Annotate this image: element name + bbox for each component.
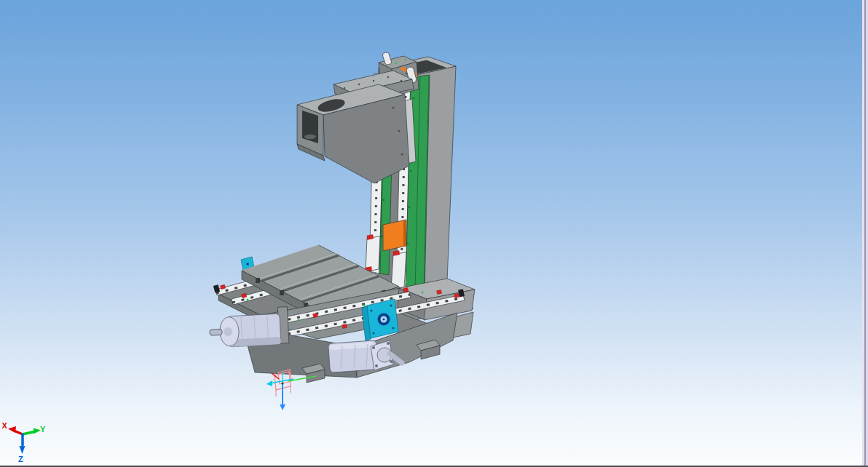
y-axis-label: Y: [40, 425, 46, 434]
z-carriage-lower-left[interactable]: [366, 235, 380, 272]
z-arrowhead-icon: [20, 446, 25, 454]
x-axis-label: X: [2, 421, 8, 430]
blue-arrowhead: [280, 404, 285, 410]
cad-3d-viewport[interactable]: X Y Z: [0, 0, 868, 467]
window-border-right: [862, 0, 868, 467]
z-ballscrew-nut[interactable]: [383, 220, 406, 251]
z-axis-label: Z: [18, 455, 23, 463]
cyan-arrowhead: [267, 380, 272, 386]
y-axis-arrow[interactable]: [23, 432, 34, 435]
spindle-bore-bottom: [304, 135, 316, 139]
spindle-head[interactable]: [297, 71, 416, 183]
cad-window: X Y Z: [0, 0, 868, 467]
x-arrowhead-icon: [8, 426, 16, 433]
axis-triad[interactable]: X Y Z: [2, 421, 47, 464]
motor-shaft: [210, 329, 222, 335]
machine-assembly-render: X Y Z: [0, 0, 868, 467]
